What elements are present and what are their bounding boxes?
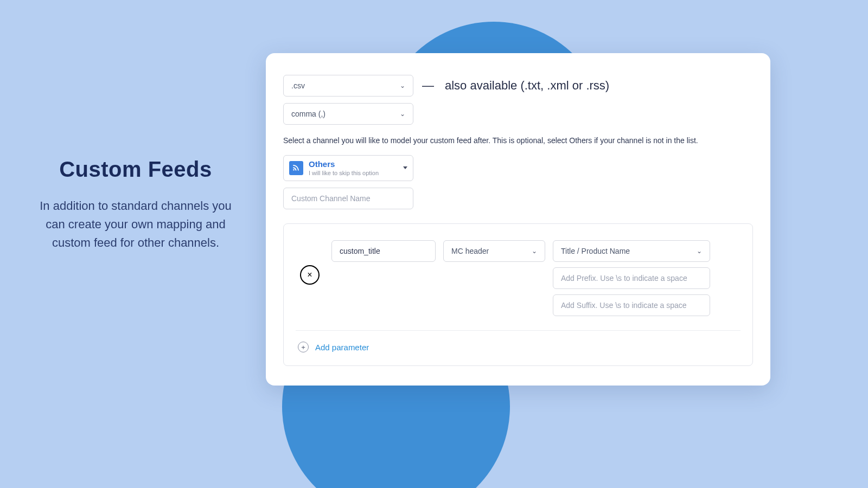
add-parameter-label: Add parameter [315,343,369,352]
mc-header-select[interactable]: MC header ⌄ [443,240,545,262]
remove-parameter-button[interactable]: × [300,265,320,285]
caret-down-icon [403,166,407,169]
field-name-input[interactable] [331,240,436,262]
value-mapping-value: Title / Product Name [561,247,630,255]
delimiter-select[interactable]: comma (,) ⌄ [283,103,413,125]
chevron-down-icon: ⌄ [697,247,702,255]
channel-template-text: Others I will like to skip this option [309,160,398,177]
plus-icon: + [298,342,309,352]
available-formats-text: also available (.txt, .xml or .rss) [445,79,609,93]
close-icon: × [307,270,312,280]
file-format-value: .csv [291,81,305,90]
value-mapping-select[interactable]: Title / Product Name ⌄ [553,240,710,262]
custom-channel-name-input[interactable] [283,188,413,209]
chevron-down-icon: ⌄ [532,247,537,255]
em-dash: — [422,79,434,93]
delimiter-value: comma (,) [291,110,326,118]
mapping-row: × MC header ⌄ Title / Product Name ⌄ [296,240,741,331]
chevron-down-icon: ⌄ [400,82,405,89]
file-format-select[interactable]: .csv ⌄ [283,75,413,97]
channel-template-subtitle: I will like to skip this option [309,170,398,176]
marketing-copy: Custom Feeds In addition to standard cha… [33,157,239,252]
value-column: Title / Product Name ⌄ [553,240,710,316]
channel-template-select[interactable]: Others I will like to skip this option [283,155,413,182]
page-title: Custom Feeds [33,157,239,182]
feed-config-card: .csv ⌄ — also available (.txt, .xml or .… [266,53,770,386]
page-description: In addition to standard channels you can… [33,197,239,252]
format-row: .csv ⌄ — also available (.txt, .xml or .… [283,75,753,97]
mc-header-value: MC header [451,247,489,255]
channel-helper-text: Select a channel you will like to model … [283,136,753,146]
channel-template-title: Others [309,160,398,169]
rss-icon [289,161,303,175]
chevron-down-icon: ⌄ [400,110,405,118]
mapping-panel: × MC header ⌄ Title / Product Name ⌄ + [283,223,753,366]
prefix-input[interactable] [553,267,710,289]
suffix-input[interactable] [553,294,710,316]
add-parameter-button[interactable]: + Add parameter [296,342,741,352]
